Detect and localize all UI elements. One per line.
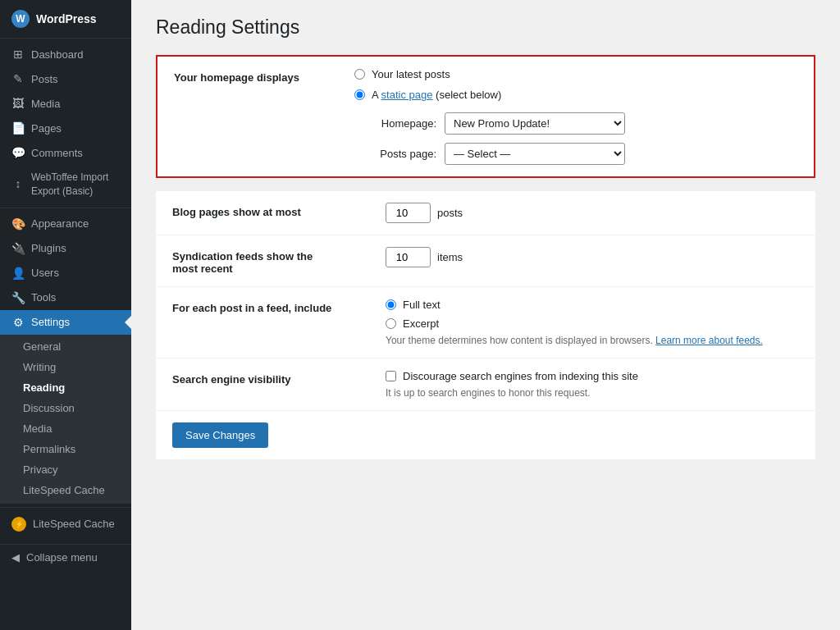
sidebar-item-label: Pages [31,122,62,135]
posts-page-select-row: Posts page: — Select — Home About Contac… [354,143,797,165]
blog-pages-input[interactable] [386,203,431,223]
users-icon: 👤 [11,267,25,280]
tools-icon: 🔧 [11,291,25,304]
collapse-icon: ◀ [11,551,20,564]
sidebar-item-webtoffee[interactable]: ↕ WebToffee Import Export (Basic) [0,165,131,204]
blog-pages-content: posts [386,203,799,223]
syndication-feeds-unit: items [437,251,463,263]
search-engine-label: Search engine visibility [172,370,386,386]
excerpt-radio[interactable] [386,318,396,329]
dashboard-icon: ⊞ [11,48,25,61]
litespeed-icon: ⚡ [11,517,26,532]
settings-section: Blog pages show at most posts Syndicatio… [156,191,815,459]
save-changes-button[interactable]: Save Changes [172,422,268,448]
search-engine-checkbox[interactable] [386,371,396,381]
sidebar-item-appearance[interactable]: 🎨 Appearance [0,212,131,236]
sidebar: W WordPress ⊞ Dashboard ✎ Posts 🖼 Media … [0,0,131,630]
sidebar-item-label: Settings [31,316,70,328]
pages-icon: 📄 [11,121,25,135]
submenu-item-permalinks[interactable]: Permalinks [0,439,131,459]
sidebar-item-tools[interactable]: 🔧 Tools [0,285,131,310]
sidebar-item-plugins[interactable]: 🔌 Plugins [0,236,131,261]
search-engine-content: Discourage search engines from indexing … [386,370,799,399]
page-title: Reading Settings [156,16,815,39]
feed-desc: Your theme determines how content is dis… [386,335,799,346]
sidebar-item-litespeed[interactable]: ⚡ LiteSpeed Cache [0,511,131,537]
homepage-displays-section: Your homepage displays Your latest posts… [156,55,815,178]
webtoffee-icon: ↕ [11,176,25,193]
sidebar-item-users[interactable]: 👤 Users [0,261,131,285]
sidebar-item-label: Appearance [31,217,89,230]
homepage-displays-label: Your homepage displays [174,68,354,84]
wordpress-logo-icon: W [11,10,30,28]
comments-icon: 💬 [11,146,25,159]
sidebar-item-label: Users [31,267,59,279]
static-page-link[interactable]: static page [381,89,433,101]
static-page-label: A static page (select below) [372,89,501,101]
homepage-radio-group: Your latest posts A static page (select … [354,68,797,101]
active-arrow [125,316,131,329]
sidebar-item-label: Media [31,98,60,110]
sidebar-item-media[interactable]: 🖼 Media [0,91,131,116]
static-page-radio[interactable] [354,89,365,100]
homepage-select[interactable]: New Promo Update! Home About Contact Blo… [445,112,625,135]
posts-icon: ✎ [11,72,25,85]
sidebar-item-comments[interactable]: 💬 Comments [0,140,131,165]
latest-posts-radio[interactable] [354,69,365,80]
latest-posts-option: Your latest posts [354,68,797,80]
syndication-feeds-input[interactable] [386,247,431,267]
sidebar-item-label: Plugins [31,242,66,254]
learn-more-link[interactable]: Learn more about feeds. [655,335,763,346]
feed-radio-group: Full text Excerpt [386,299,441,330]
blog-pages-row: Blog pages show at most posts [156,191,815,235]
syndication-feeds-row: Syndication feeds show the most recent i… [156,235,815,287]
blog-pages-label: Blog pages show at most [172,203,386,218]
submenu-item-reading[interactable]: Reading [0,377,131,398]
search-engine-checkbox-label: Discourage search engines from indexing … [403,370,638,382]
sidebar-item-pages[interactable]: 📄 Pages [0,116,131,140]
sidebar-logo: W WordPress [0,0,131,39]
appearance-icon: 🎨 [11,217,25,231]
plugins-icon: 🔌 [11,242,25,255]
sidebar-item-label: Dashboard [31,48,84,61]
submenu-item-discussion[interactable]: Discussion [0,398,131,418]
posts-page-select[interactable]: — Select — Home About Contact Blog [445,143,625,165]
litespeed-label: LiteSpeed Cache [33,518,115,530]
sidebar-item-label: Tools [31,291,56,304]
sidebar-item-dashboard[interactable]: ⊞ Dashboard [0,42,131,66]
search-engine-checkbox-row: Discourage search engines from indexing … [386,370,638,382]
feed-content-label: For each post in a feed, include [172,299,386,314]
full-text-label: Full text [403,299,441,311]
feed-content-content: Full text Excerpt Your theme determines … [386,299,799,346]
feed-content-row: For each post in a feed, include Full te… [156,287,815,358]
homepage-select-label: Homepage: [354,117,436,130]
syndication-feeds-content: items [386,247,799,267]
submenu-item-general[interactable]: General [0,336,131,357]
full-text-option: Full text [386,299,441,311]
homepage-displays-content: Your latest posts A static page (select … [354,68,797,165]
settings-submenu: General Writing Reading Discussion Media… [0,335,131,504]
collapse-label: Collapse menu [26,551,98,564]
homepage-select-row: Homepage: New Promo Update! Home About C… [354,112,797,135]
main-content: Reading Settings Your homepage displays … [131,0,840,630]
search-engine-desc: It is up to search engines to honor this… [386,387,590,399]
collapse-menu-button[interactable]: ◀ Collapse menu [0,544,131,570]
full-text-radio[interactable] [386,299,396,310]
submenu-item-media[interactable]: Media [0,418,131,439]
excerpt-label: Excerpt [403,317,439,330]
blog-pages-unit: posts [437,207,463,219]
static-page-option: A static page (select below) [354,89,797,101]
submenu-item-privacy[interactable]: Privacy [0,459,131,480]
sidebar-divider-2 [0,507,131,508]
sidebar-nav: ⊞ Dashboard ✎ Posts 🖼 Media 📄 Pages 💬 Co… [0,39,131,573]
search-engine-row: Search engine visibility Discourage sear… [156,358,815,411]
save-changes-row: Save Changes [156,411,815,459]
sidebar-item-label: Posts [31,73,58,85]
posts-page-select-label: Posts page: [354,148,436,160]
sidebar-item-posts[interactable]: ✎ Posts [0,66,131,91]
sidebar-item-label: Comments [31,147,83,159]
submenu-item-litespeed-cache[interactable]: LiteSpeed Cache [0,480,131,500]
syndication-feeds-label: Syndication feeds show the most recent [172,247,386,275]
submenu-item-writing[interactable]: Writing [0,357,131,377]
sidebar-item-settings[interactable]: ⚙ Settings [0,310,131,335]
